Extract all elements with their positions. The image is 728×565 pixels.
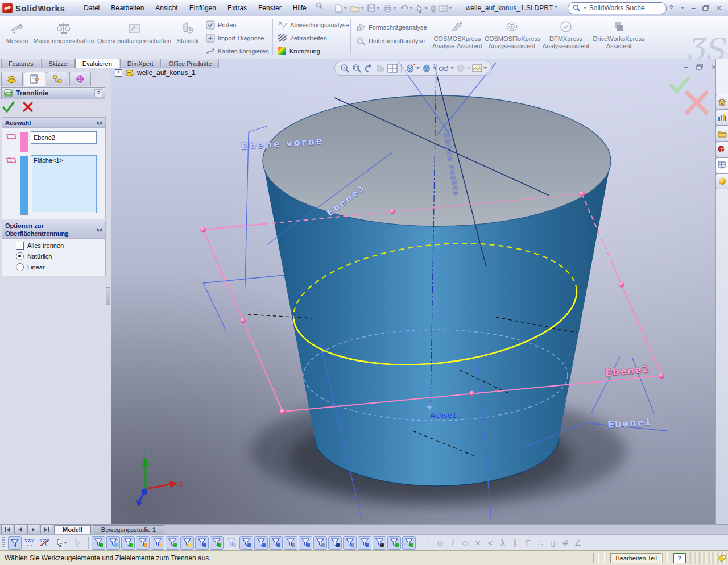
menu-extras[interactable]: Extras: [222, 2, 252, 14]
relation-filter-11[interactable]: ▯: [547, 537, 559, 549]
relation-filter-13[interactable]: ∠: [572, 537, 584, 549]
appearances-tab[interactable]: [715, 173, 728, 189]
tab-scroll-last-button[interactable]: [40, 525, 52, 534]
view-palette-tab[interactable]: [715, 157, 728, 173]
import-diagnostics-button[interactable]: Import-Diagnose: [206, 34, 264, 43]
axis-label[interactable]: Achse1: [430, 411, 457, 419]
motion-study-tab[interactable]: Bewegungsstudie 1: [93, 525, 164, 534]
statistics-button[interactable]: Statistik: [173, 20, 202, 44]
undercut-analysis-button[interactable]: Hinterschnittanalyse: [355, 36, 425, 45]
print-button[interactable]: [382, 3, 398, 13]
measure-button[interactable]: Messen: [3, 20, 31, 44]
new-document-button[interactable]: [334, 3, 348, 14]
section-view-icon[interactable]: [387, 64, 398, 73]
help-icon[interactable]: ?: [94, 89, 102, 97]
faces-listbox[interactable]: Fläche<1>: [31, 155, 97, 213]
linear-radio[interactable]: [16, 263, 24, 271]
display-style-icon[interactable]: [421, 63, 436, 73]
filter-axes[interactable]: [166, 536, 179, 550]
menu-pin-icon[interactable]: [315, 2, 323, 14]
relation-filter-7[interactable]: λ: [497, 537, 509, 549]
filter-centerlines[interactable]: [254, 536, 268, 550]
split-all-checkbox[interactable]: [16, 242, 24, 250]
linear-option[interactable]: Linear: [16, 263, 105, 271]
split-tool-field[interactable]: [31, 131, 97, 144]
select-pointer-button[interactable]: [415, 3, 429, 14]
relation-filter-1[interactable]: ·: [421, 537, 434, 549]
doc-minimize-button[interactable]: –: [681, 63, 690, 71]
panel-splitter-handle[interactable]: [106, 287, 110, 305]
search-tab[interactable]: [715, 142, 728, 157]
selection-group-header[interactable]: Auswahl ∧∧: [2, 118, 105, 128]
zebra-stripes-button[interactable]: Zebrastreifen: [278, 34, 327, 42]
relation-filter-9[interactable]: Γ: [522, 537, 534, 549]
tab-skizze[interactable]: Skizze: [41, 59, 74, 68]
filter-planes[interactable]: [180, 536, 194, 550]
filter-datums[interactable]: [343, 536, 357, 550]
filter-center-marks[interactable]: [239, 536, 253, 550]
relation-filter-8[interactable]: ∥: [509, 537, 522, 549]
minimize-button[interactable]: –: [689, 4, 698, 12]
feature-manager-tab[interactable]: [1, 72, 23, 86]
filter-edges[interactable]: [106, 536, 120, 550]
rebuild-button[interactable]: [430, 3, 437, 14]
options-button[interactable]: [438, 3, 453, 13]
filter-sketch-points[interactable]: [195, 536, 209, 550]
relation-filter-5[interactable]: ×: [471, 537, 484, 549]
rotate-view-icon[interactable]: [363, 63, 374, 73]
model-tab[interactable]: Modell: [54, 525, 91, 534]
tab-features[interactable]: Features: [1, 59, 40, 68]
toolbar-grip[interactable]: [2, 537, 5, 549]
zoom-fit-icon[interactable]: [340, 63, 350, 73]
filter-connection-points[interactable]: [387, 536, 401, 550]
draft-analysis-button[interactable]: Formschrägeanalyse: [355, 23, 427, 32]
tab-scroll-first-button[interactable]: [1, 525, 13, 534]
filter-surface-finish[interactable]: [284, 536, 297, 550]
property-manager-tab[interactable]: [24, 72, 46, 86]
relation-filter-10[interactable]: ∴: [534, 537, 547, 549]
restore-button[interactable]: [702, 3, 710, 13]
filter-vertices[interactable]: [92, 536, 105, 550]
menu-fenster[interactable]: Fenster: [253, 2, 287, 14]
file-explorer-tab[interactable]: [715, 126, 728, 142]
filter-toggle-button[interactable]: [8, 536, 22, 550]
save-button[interactable]: [366, 3, 381, 13]
natural-option[interactable]: Natürlich: [16, 252, 105, 260]
apply-scene-icon[interactable]: [472, 64, 487, 73]
select-pointer-button[interactable]: [52, 536, 71, 550]
close-button[interactable]: ×: [714, 3, 723, 13]
hide-show-items-icon[interactable]: [438, 64, 454, 72]
configuration-manager-tab[interactable]: [47, 72, 68, 86]
section-properties-button[interactable]: Querschnittseigenschaften: [97, 20, 172, 44]
mass-properties-button[interactable]: Masseneigenschaften: [32, 20, 96, 44]
quick-tips-button[interactable]: ?: [673, 553, 686, 563]
filter-surface-bodies[interactable]: [136, 536, 150, 550]
menu-datei[interactable]: Datei: [78, 2, 105, 14]
filter-notes[interactable]: [313, 536, 327, 550]
tab-scroll-next-button[interactable]: [27, 525, 39, 534]
filter-routing-points[interactable]: [402, 536, 416, 550]
tab-scroll-prev-button[interactable]: [14, 525, 26, 534]
graphics-viewport[interactable]: Y X Ebene vorne Ebene3 Ebene rechts Eben…: [111, 59, 715, 524]
options-group-header[interactable]: Optionen zur Oberflächentrennung ∧∧: [2, 221, 105, 239]
filter-geometric-tolerances[interactable]: [299, 536, 312, 550]
previous-view-icon[interactable]: [375, 64, 386, 73]
part-name[interactable]: welle_auf_konus_1: [137, 69, 196, 77]
cosmosxpress-button[interactable]: COSMOSXpress Analyse-Assistent: [431, 19, 483, 50]
solidworks-resources-tab[interactable]: [715, 94, 728, 110]
filter-dimensions[interactable]: [269, 536, 283, 550]
help-caret[interactable]: [681, 7, 684, 9]
filter-midpoints[interactable]: [225, 536, 238, 550]
view-orientation-icon[interactable]: [405, 63, 420, 73]
window-resize-grip[interactable]: [689, 552, 727, 564]
lasso-select-button[interactable]: [72, 536, 85, 550]
menu-einfuegen[interactable]: Einfügen: [184, 2, 221, 14]
filter-sketch-segments[interactable]: [210, 536, 224, 550]
relation-filter-4[interactable]: ◇: [459, 537, 471, 549]
tree-expand-toggle[interactable]: +: [115, 69, 122, 77]
help-button[interactable]: ?: [667, 4, 676, 12]
zoom-area-icon[interactable]: [351, 63, 362, 73]
tab-evaluieren[interactable]: Evaluieren: [75, 59, 119, 68]
filter-clear-all-button[interactable]: [38, 536, 51, 550]
search-box[interactable]: SolidWorks Suche: [568, 2, 667, 14]
